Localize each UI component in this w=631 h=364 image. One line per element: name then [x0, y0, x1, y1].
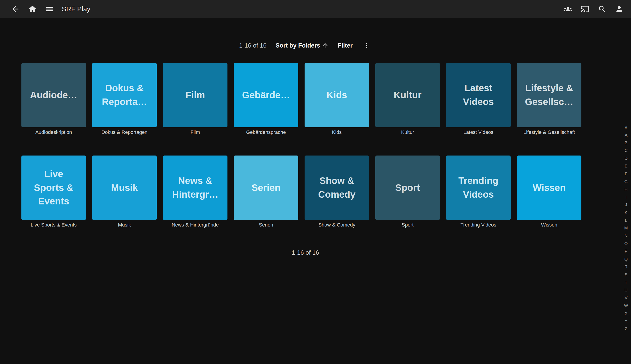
- home-button[interactable]: [27, 4, 38, 14]
- library-tile[interactable]: Live Sports & Events: [22, 156, 86, 220]
- library-tile[interactable]: Gebärde…: [234, 63, 298, 127]
- alpha-picker-letter[interactable]: E: [621, 162, 631, 170]
- alpha-picker-letter[interactable]: T: [621, 278, 631, 286]
- library-tile-title: Film: [186, 88, 205, 102]
- library-tile-caption: Wissen: [517, 222, 582, 228]
- page-title: SRF Play: [62, 5, 90, 13]
- library-tile-caption: Show & Comedy: [304, 222, 369, 228]
- cast-button[interactable]: [580, 4, 590, 14]
- library-cell: Lifestyle & Gesellsc…Lifestyle & Gesells…: [517, 63, 582, 135]
- library-tile-title: Dokus & Reporta…: [102, 81, 147, 109]
- item-count: 1-16 of 16: [239, 42, 267, 49]
- library-cell: MusikMusik: [92, 156, 157, 228]
- library-tile-title: Audiode…: [30, 88, 77, 102]
- cast-icon: [581, 5, 589, 13]
- library-tile-caption: News & Hintergründe: [163, 222, 228, 228]
- alpha-picker-letter[interactable]: I: [621, 194, 631, 201]
- alpha-picker-letter[interactable]: G: [621, 178, 631, 186]
- back-button[interactable]: [10, 4, 20, 14]
- library-tile-title: Kultur: [394, 88, 422, 102]
- library-tile-title: Trending Videos: [458, 174, 498, 202]
- library-tile-caption: Musik: [92, 222, 157, 228]
- library-tile-caption: Gebärdensprache: [234, 129, 298, 135]
- library-cell: SerienSerien: [234, 156, 298, 228]
- library-cell: News & Hintergr…News & Hintergründe: [163, 156, 228, 228]
- library-tile-caption: Serien: [234, 222, 298, 228]
- library-cell: KulturKultur: [375, 63, 440, 135]
- library-tile[interactable]: Sport: [375, 156, 440, 220]
- alpha-picker-letter[interactable]: W: [621, 302, 631, 310]
- alpha-picker-letter[interactable]: S: [621, 271, 631, 278]
- library-tile-title: Serien: [252, 181, 280, 195]
- library-cell: Audiode…Audiodeskription: [22, 63, 86, 135]
- library-tile-title: Lifestyle & Gesellsc…: [525, 81, 574, 109]
- alpha-picker-letter[interactable]: O: [621, 240, 631, 248]
- library-tile[interactable]: Film: [163, 63, 228, 127]
- library-tile[interactable]: Dokus & Reporta…: [92, 63, 157, 127]
- alpha-picker-letter[interactable]: #: [621, 124, 631, 131]
- alpha-picker-letter[interactable]: Q: [621, 255, 631, 263]
- alpha-picker-letter[interactable]: Y: [621, 317, 631, 325]
- library-tile[interactable]: Trending Videos: [446, 156, 510, 220]
- alpha-picker-letter[interactable]: C: [621, 147, 631, 154]
- library-cell: FilmFilm: [163, 63, 228, 135]
- user-profile-button[interactable]: [614, 4, 624, 14]
- alpha-picker-letter[interactable]: N: [621, 232, 631, 240]
- filter-button-label: Filter: [338, 42, 352, 49]
- arrow-back-icon: [11, 4, 20, 14]
- library-page: 1-16 of 16 Sort by Folders Filter Audiod…: [0, 40, 611, 256]
- library-tile-caption: Lifestyle & Gesellschaft: [517, 129, 582, 135]
- alpha-picker-letter[interactable]: K: [621, 209, 631, 216]
- more-options-button[interactable]: [362, 40, 372, 50]
- home-icon: [28, 4, 37, 14]
- library-tile-title: Latest Videos: [463, 81, 494, 109]
- library-tile-title: Live Sports & Events: [34, 167, 73, 208]
- syncplay-button[interactable]: [563, 4, 573, 14]
- library-cell: WissenWissen: [517, 156, 582, 228]
- alpha-picker-letter[interactable]: F: [621, 170, 631, 178]
- alpha-picker-letter[interactable]: V: [621, 294, 631, 302]
- alpha-picker-letter[interactable]: D: [621, 154, 631, 162]
- library-tile-grid: Audiode…AudiodeskriptionDokus & Reporta……: [22, 63, 582, 228]
- alpha-picker-letter[interactable]: L: [621, 216, 631, 224]
- alpha-picker-letter[interactable]: A: [621, 131, 631, 139]
- search-button[interactable]: [597, 4, 607, 14]
- library-cell: Trending VideosTrending Videos: [446, 156, 510, 228]
- library-tile-title: Sport: [395, 181, 420, 195]
- library-tile[interactable]: Kids: [304, 63, 369, 127]
- library-tile[interactable]: Audiode…: [22, 63, 86, 127]
- library-cell: Gebärde…Gebärdensprache: [234, 63, 298, 135]
- library-tile[interactable]: Serien: [234, 156, 298, 220]
- library-tile[interactable]: Show & Comedy: [304, 156, 369, 220]
- person-icon: [615, 5, 624, 13]
- sort-button[interactable]: Sort by Folders: [276, 42, 329, 49]
- library-tile-title: Musik: [111, 181, 138, 195]
- group-people-icon: [564, 5, 572, 13]
- library-tile[interactable]: Kultur: [375, 63, 440, 127]
- library-tile-title: Gebärde…: [242, 88, 290, 102]
- menu-button[interactable]: [44, 4, 55, 14]
- library-cell: Dokus & Reporta…Dokus & Reportagen: [92, 63, 157, 135]
- alpha-picker-letter[interactable]: J: [621, 201, 631, 209]
- alpha-picker-letter[interactable]: B: [621, 139, 631, 147]
- library-tile[interactable]: News & Hintergr…: [163, 156, 228, 220]
- library-tile[interactable]: Lifestyle & Gesellsc…: [517, 63, 582, 127]
- library-tile-caption: Sport: [375, 222, 440, 228]
- alpha-picker-letter[interactable]: Z: [621, 325, 631, 333]
- library-tile-title: Show & Comedy: [318, 174, 356, 202]
- library-tile-caption: Latest Videos: [446, 129, 510, 135]
- library-tile-title: Wissen: [533, 181, 566, 195]
- alpha-picker-letter[interactable]: M: [621, 224, 631, 232]
- alpha-picker-letter[interactable]: H: [621, 186, 631, 193]
- library-tile-caption: Kids: [304, 129, 369, 135]
- filter-button[interactable]: Filter: [338, 42, 352, 49]
- alpha-picker-letter[interactable]: X: [621, 310, 631, 317]
- alpha-picker-letter[interactable]: P: [621, 248, 631, 255]
- alpha-picker-letter[interactable]: R: [621, 263, 631, 271]
- library-tile-caption: Audiodeskription: [22, 129, 86, 135]
- alphabet-picker: #ABCDEFGHIJKLMNOPQRSTUVWXYZ: [621, 124, 631, 333]
- library-tile[interactable]: Musik: [92, 156, 157, 220]
- alpha-picker-letter[interactable]: U: [621, 286, 631, 294]
- library-tile[interactable]: Wissen: [517, 156, 582, 220]
- library-tile[interactable]: Latest Videos: [446, 63, 510, 127]
